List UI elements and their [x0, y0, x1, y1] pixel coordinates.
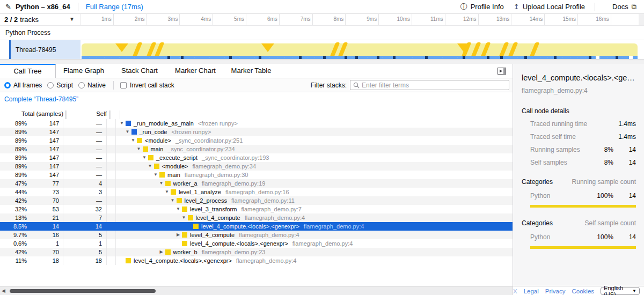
- expand-collapse-icon[interactable]: ▼: [129, 136, 137, 145]
- invert-call-stack-label[interactable]: Invert call stack: [130, 82, 174, 89]
- table-row[interactable]: 13%217▼level_4_computeflamegraph_demo.py…: [0, 213, 513, 222]
- expand-collapse-icon[interactable]: ▼: [158, 179, 165, 188]
- radio-label[interactable]: Native: [87, 82, 106, 89]
- detail-row: Running samples8%14: [530, 146, 636, 153]
- footer-link-privacy[interactable]: Privacy: [545, 288, 566, 294]
- tab-marker-chart[interactable]: Marker Chart: [167, 64, 223, 78]
- table-row[interactable]: 0.6%11level_4_compute.<locals>.<genexpr>…: [0, 239, 513, 248]
- table-row[interactable]: 9.7%165▶level_4_computeflamegraph_demo.p…: [0, 231, 513, 239]
- category-breakdowns: CategoriesRunning sample countPython100%…: [522, 178, 636, 249]
- tree-cell: ▼_run_code<frozen runpy>: [116, 128, 513, 136]
- row-spacer-cell: [107, 162, 116, 171]
- table-row[interactable]: 89%147—▼<module>_sync_coordinator.py:251: [0, 136, 513, 145]
- profile-info-button[interactable]: ⓘ Profile Info: [460, 2, 504, 12]
- function-name: level_1_analyze: [179, 188, 221, 196]
- tab-flame-graph[interactable]: Flame Graph: [56, 64, 112, 78]
- process-track-header[interactable]: Python Process: [0, 26, 644, 40]
- tab-stack-chart[interactable]: Stack Chart: [112, 64, 167, 78]
- category-square-icon: [143, 146, 148, 152]
- table-row[interactable]: 89%147—▼_run_code<frozen runpy>: [0, 128, 513, 136]
- detail-value: 1.4ms: [613, 133, 636, 141]
- filter-stacks-input[interactable]: [362, 82, 506, 89]
- table-row[interactable]: 47%774▼worker_aflamegraph_demo.py:19: [0, 179, 513, 188]
- expand-collapse-icon[interactable]: ▼: [141, 153, 148, 162]
- expand-collapse-icon[interactable]: ▶: [158, 248, 165, 256]
- timeline-scrollbar[interactable]: [639, 14, 644, 25]
- sample-tick: [393, 56, 396, 59]
- category-row: Python100%14: [530, 233, 636, 241]
- function-name: <module>: [162, 162, 188, 171]
- invert-call-stack-checkbox[interactable]: [120, 82, 127, 88]
- column-header-total[interactable]: Total (samples): [0, 110, 63, 119]
- language-select[interactable]: English (US) ▼: [601, 287, 640, 295]
- expand-collapse-icon[interactable]: ▼: [124, 128, 131, 136]
- column-header-self[interactable]: Self: [67, 110, 107, 119]
- table-row[interactable]: 8.5%1414level_4_compute.<locals>.<genexp…: [0, 222, 513, 231]
- expand-collapse-icon[interactable]: ▼: [169, 196, 177, 205]
- full-range-link[interactable]: Full Range (17ms): [86, 3, 143, 11]
- edit-profile-name-icon[interactable]: ✎: [5, 3, 11, 11]
- category-square-icon: [131, 129, 137, 135]
- radio-script[interactable]: [47, 82, 54, 88]
- table-row[interactable]: 11%1818level_4_compute.<locals>.<genexpr…: [0, 256, 513, 265]
- table-row[interactable]: 89%147—▼<module>flamegraph_demo.py:34: [0, 162, 513, 171]
- thread-track-label[interactable]: Thread-78495: [11, 40, 80, 59]
- breadcrumb[interactable]: Complete “Thread-78495”: [4, 95, 78, 103]
- tab-marker-table[interactable]: Marker Table: [223, 64, 279, 78]
- cpu-spike-marker: [499, 42, 509, 57]
- radio-all-frames[interactable]: [4, 82, 11, 88]
- frame-filter-radios: All framesScriptNative: [4, 82, 111, 89]
- expand-collapse-icon[interactable]: ▼: [152, 171, 159, 179]
- table-row[interactable]: 89%147—▼mainflamegraph_demo.py:30: [0, 171, 513, 179]
- profile-title: Python – x86_64: [16, 3, 70, 11]
- expand-collapse-icon[interactable]: ▼: [135, 145, 143, 153]
- self-samples: 3: [63, 188, 107, 196]
- category-row: Python100%14: [530, 192, 636, 200]
- call-node-details-header: Call node details: [522, 107, 636, 115]
- expand-collapse-icon[interactable]: ▶: [174, 231, 182, 239]
- upload-icon: ↥: [514, 3, 519, 11]
- source-location: _sync_coordinator.py:193: [202, 153, 269, 162]
- table-row[interactable]: 42%70—▼level_2_processflamegraph_demo.py…: [0, 196, 513, 205]
- source-location: flamegraph_demo.py:19: [202, 179, 266, 188]
- sidebar-toggle-button[interactable]: [496, 67, 507, 76]
- tab-call-tree[interactable]: Call Tree: [0, 64, 56, 78]
- radio-label[interactable]: All frames: [13, 82, 42, 89]
- total-percent: 89%: [0, 136, 27, 145]
- scroll-left-arrow-icon[interactable]: ◀: [2, 288, 5, 293]
- table-row[interactable]: 89%147—▼_run_module_as_main<frozen runpy…: [0, 119, 513, 128]
- radio-label[interactable]: Script: [56, 82, 73, 89]
- scrollbar-thumb[interactable]: [10, 289, 156, 293]
- table-row[interactable]: 89%147—▼_execute_script_sync_coordinator…: [0, 153, 513, 162]
- expand-collapse-icon[interactable]: ▼: [147, 162, 154, 171]
- tracks-visibility-dropdown[interactable]: 2 / 2 tracks ▼: [0, 14, 80, 25]
- radio-native[interactable]: [78, 82, 85, 88]
- row-spacer-cell: [107, 248, 116, 256]
- source-location: _sync_coordinator.py:251: [175, 136, 243, 145]
- sample-tick: [323, 56, 326, 59]
- expand-collapse-icon[interactable]: ▼: [163, 188, 171, 196]
- row-spacer-cell: [107, 145, 116, 153]
- expand-collapse-icon[interactable]: ▼: [118, 119, 126, 128]
- tree-cell: level_4_compute.<locals>.<genexpr>flameg…: [116, 222, 513, 231]
- function-name: _execute_script: [156, 153, 197, 162]
- sample-strip: [82, 56, 638, 59]
- expand-collapse-icon[interactable]: ▼: [180, 213, 188, 222]
- ruler-tick: 16ms: [578, 14, 611, 25]
- table-row[interactable]: 44%733▼level_1_analyzeflamegraph_demo.py…: [0, 188, 513, 196]
- expand-collapse-icon[interactable]: ▼: [174, 205, 182, 213]
- footer-link-cookies[interactable]: Cookies: [572, 288, 595, 294]
- footer-link-legal[interactable]: Legal: [524, 288, 539, 294]
- total-percent: 42%: [0, 248, 27, 256]
- detail-value: 14: [613, 146, 636, 153]
- category-name: Python: [530, 233, 592, 241]
- table-row[interactable]: 32%5332▼level_3_transformflamegraph_demo…: [0, 205, 513, 213]
- table-row[interactable]: 89%147—▼main_sync_coordinator.py:234: [0, 145, 513, 153]
- docs-link[interactable]: Docs ⧉: [612, 3, 636, 11]
- upload-profile-button[interactable]: ↥ Upload Local Profile: [514, 3, 585, 11]
- table-row[interactable]: 42%705▶worker_bflamegraph_demo.py:23: [0, 248, 513, 256]
- footer-link-x[interactable]: X: [513, 288, 517, 294]
- thread-activity-canvas[interactable]: [80, 40, 644, 59]
- external-link-icon: ⧉: [632, 3, 636, 11]
- column-divider: [111, 110, 120, 119]
